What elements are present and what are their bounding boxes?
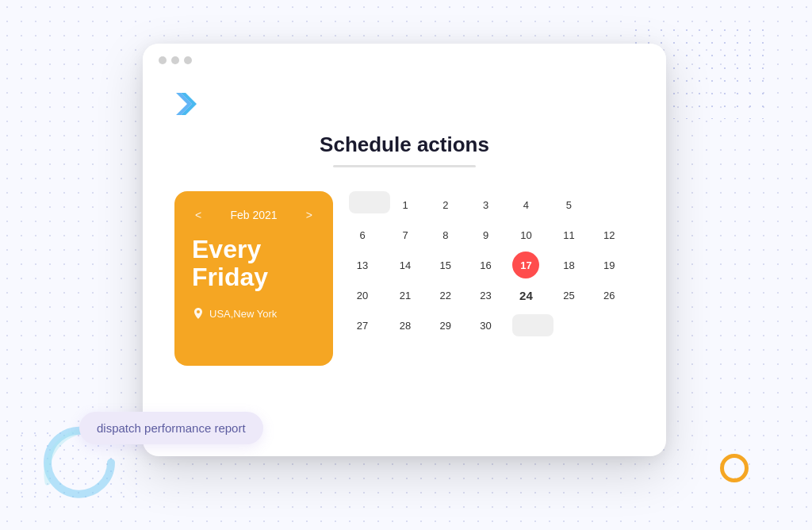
schedule-title: Every Friday [192,236,316,291]
browser-content: Schedule actions < Feb 2021 > Every Frid… [143,74,666,390]
location-row: USA,New York [192,307,316,320]
cal-spacer [596,191,622,218]
prev-month-button[interactable]: < [192,207,205,223]
cal-cell: 4 [512,191,539,218]
cal-cell: 12 [596,221,622,248]
cal-cell: 22 [432,282,459,309]
traffic-dot-2 [171,56,179,64]
content-row: < Feb 2021 > Every Friday USA,New York [174,191,634,366]
cal-cell: 1 [392,191,419,218]
cal-cell: 3 [473,191,500,218]
cal-cell: 21 [392,282,419,309]
cal-cell: 23 [473,282,500,309]
schedule-card: < Feb 2021 > Every Friday USA,New York [174,191,333,366]
cal-cell-bold: 24 [512,282,539,309]
cal-cell-highlighted: 17 [512,252,539,278]
cal-cell: 2 [432,191,459,218]
dispatch-performance-badge: dispatch performance report [79,412,263,444]
dispatch-badge-label: dispatch performance report [97,421,246,435]
browser-window: Schedule actions < Feb 2021 > Every Frid… [143,44,666,456]
cal-cell: 26 [596,282,622,309]
next-month-button[interactable]: > [303,207,316,223]
traffic-dot-3 [184,56,192,64]
title-underline [333,165,476,167]
browser-titlebar [143,44,666,74]
orange-ring-decoration [720,454,749,482]
cal-cell: 5 [555,191,582,218]
cal-cell: 8 [432,221,459,248]
location-text: USA,New York [209,308,277,320]
cal-cell: 30 [473,312,500,339]
cal-cell: 6 [349,221,376,248]
cal-cell: 15 [432,252,459,278]
cal-spacer [596,312,622,339]
cal-cell: 19 [596,252,622,278]
traffic-dot-1 [159,56,167,64]
cal-spacer [555,312,582,339]
cal-cell: 28 [392,312,419,339]
cal-cell: 20 [349,282,376,309]
cal-cell: 25 [555,282,582,309]
month-nav: < Feb 2021 > [192,207,316,223]
cal-cell-empty [349,191,390,213]
cal-cell-empty-end [512,314,553,336]
cal-cell: 29 [432,312,459,339]
cal-cell: 7 [392,221,419,248]
cal-cell: 18 [555,252,582,278]
cal-cell: 11 [555,221,582,248]
calendar-section: 1 2 3 4 5 6 7 8 9 10 11 12 13 14 [349,191,634,339]
location-pin-icon [192,307,205,320]
cal-cell: 27 [349,312,376,339]
brand-logo-icon [174,90,203,118]
page-title: Schedule actions [174,132,634,157]
calendar-grid: 1 2 3 4 5 6 7 8 9 10 11 12 13 14 [349,191,634,339]
cal-cell: 13 [349,252,376,278]
month-label: Feb 2021 [230,209,277,221]
svg-marker-1 [176,93,192,115]
cal-cell: 9 [473,221,500,248]
cal-cell: 16 [473,252,500,278]
cal-cell: 14 [392,252,419,278]
cal-cell: 10 [512,221,539,248]
